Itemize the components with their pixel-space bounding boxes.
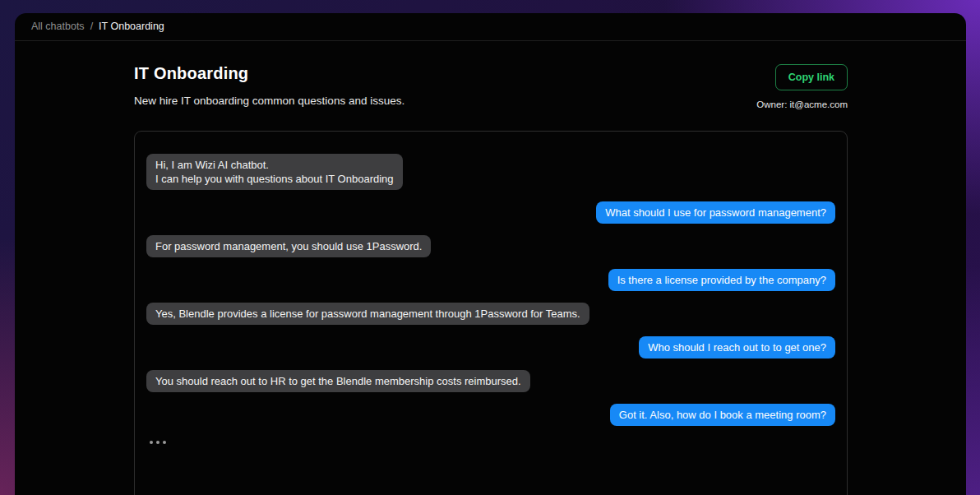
bot-message-row: For password management, you should use … <box>146 235 835 257</box>
user-message-bubble: Who should I reach out to to get one? <box>639 336 835 359</box>
bot-message-bubble: Yes, Blendle provides a license for pass… <box>146 303 589 325</box>
user-message-row: Who should I reach out to to get one? <box>146 336 835 359</box>
user-message-bubble: What should I use for password managemen… <box>596 201 835 224</box>
owner-label: Owner: it@acme.com <box>756 99 848 109</box>
header-left: IT Onboarding New hire IT onboarding com… <box>134 64 404 107</box>
breadcrumb-current-page: IT Onboarding <box>99 21 164 32</box>
user-message-row: What should I use for password managemen… <box>146 201 835 224</box>
page-content: IT Onboarding New hire IT onboarding com… <box>15 41 966 495</box>
user-message-bubble: Got it. Also, how do I book a meeting ro… <box>610 404 835 426</box>
bot-message-row: Yes, Blendle provides a license for pass… <box>146 303 835 325</box>
page-header: IT Onboarding New hire IT onboarding com… <box>134 64 848 109</box>
header-right: Copy link Owner: it@acme.com <box>756 64 848 109</box>
breadcrumb: All chatbots / IT Onboarding <box>15 13 966 41</box>
user-message-row: Got it. Also, how do I book a meeting ro… <box>146 404 835 426</box>
breadcrumb-separator: / <box>90 21 93 32</box>
bot-message-row: Hi, I am Wizi AI chatbot. I can help you… <box>146 154 835 190</box>
user-message-row: Is there a license provided by the compa… <box>146 269 835 291</box>
copy-link-button[interactable]: Copy link <box>775 64 848 90</box>
app-background: { "breadcrumb": { "root_label": "All cha… <box>0 0 980 495</box>
bot-message-bubble: You should reach out to HR to get the Bl… <box>146 370 530 392</box>
page-subtitle: New hire IT onboarding common questions … <box>134 95 404 107</box>
bot-message-row: You should reach out to HR to get the Bl… <box>146 370 835 392</box>
page-title: IT Onboarding <box>134 64 404 83</box>
chat-panel: Hi, I am Wizi AI chatbot. I can help you… <box>134 131 848 495</box>
breadcrumb-all-chatbots[interactable]: All chatbots <box>31 21 85 32</box>
user-message-bubble: Is there a license provided by the compa… <box>608 269 835 291</box>
typing-dot-icon <box>163 441 166 444</box>
bot-message-bubble: Hi, I am Wizi AI chatbot. I can help you… <box>146 154 403 190</box>
typing-dot-icon <box>156 441 159 444</box>
typing-dot-icon <box>150 441 153 444</box>
main-window: All chatbots / IT Onboarding IT Onboardi… <box>15 13 966 495</box>
bot-message-bubble: For password management, you should use … <box>146 235 431 257</box>
bot-message-row <box>146 441 835 444</box>
typing-indicator <box>150 441 166 444</box>
